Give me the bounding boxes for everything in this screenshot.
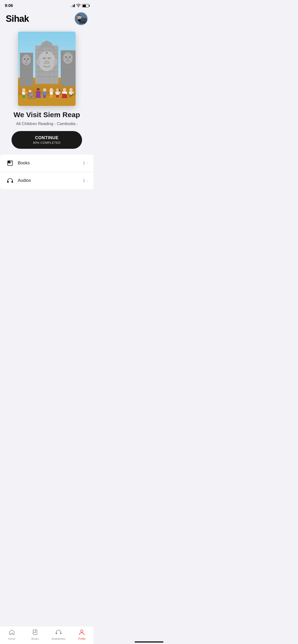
svg-point-8 (27, 58, 29, 60)
page-title: Sihak (6, 14, 29, 24)
svg-rect-80 (70, 91, 72, 95)
svg-point-57 (43, 88, 46, 92)
svg-rect-67 (50, 94, 51, 98)
svg-point-32 (65, 56, 67, 58)
svg-rect-89 (12, 181, 13, 183)
svg-rect-81 (70, 94, 71, 97)
svg-rect-52 (30, 94, 33, 95)
svg-rect-54 (37, 91, 40, 93)
book-cover[interactable] (18, 32, 76, 106)
svg-rect-4 (78, 19, 81, 21)
books-count-area: 1 › (83, 161, 88, 166)
books-label: Books (18, 160, 83, 166)
audios-chevron-icon: › (87, 178, 88, 183)
svg-rect-73 (55, 92, 56, 94)
svg-rect-71 (56, 95, 57, 98)
signal-icon (71, 4, 75, 7)
svg-rect-60 (45, 95, 46, 98)
battery-icon (82, 4, 89, 8)
svg-point-28 (36, 59, 40, 65)
status-bar: 9:06 (0, 0, 94, 10)
svg-point-79 (69, 88, 73, 91)
continue-button[interactable]: CONTINUE 80% COMPLETED (12, 131, 82, 149)
book-icon (6, 159, 14, 168)
svg-rect-86 (9, 162, 12, 162)
svg-point-69 (56, 88, 59, 92)
svg-rect-55 (36, 91, 37, 93)
svg-rect-74 (59, 92, 60, 94)
svg-rect-9 (26, 60, 27, 62)
svg-rect-44 (22, 92, 23, 94)
svg-rect-87 (9, 163, 11, 163)
page-header: Sihak (0, 10, 94, 29)
wifi-icon (76, 4, 81, 8)
svg-point-7 (24, 58, 26, 60)
svg-point-40 (22, 88, 26, 92)
svg-rect-76 (63, 91, 66, 94)
svg-rect-42 (23, 95, 24, 98)
status-icons (71, 4, 89, 8)
svg-point-33 (69, 56, 71, 58)
books-list-item[interactable]: Books 1 › (0, 154, 94, 172)
status-time: 9:06 (5, 3, 13, 8)
svg-rect-78 (66, 91, 67, 94)
svg-point-47 (29, 90, 32, 92)
svg-rect-58 (43, 92, 46, 95)
svg-rect-70 (56, 92, 59, 95)
book-info: We Visit Siem Reap All Children Reading … (6, 106, 88, 126)
book-author[interactable]: All Children Reading - Cambodia › (12, 122, 82, 126)
content-list: Books 1 › Audios 1 › (0, 154, 94, 189)
book-title: We Visit Siem Reap (12, 111, 82, 119)
svg-point-29 (54, 59, 57, 65)
book-card-section: We Visit Siem Reap All Children Reading … (0, 29, 94, 149)
audios-label: Audios (18, 178, 83, 183)
svg-rect-59 (43, 95, 44, 98)
svg-rect-61 (43, 92, 43, 94)
svg-rect-72 (58, 95, 59, 98)
headphones-icon (6, 176, 14, 185)
svg-rect-68 (51, 94, 53, 98)
svg-rect-46 (25, 92, 27, 94)
audios-list-item[interactable]: Audios 1 › (0, 172, 94, 189)
books-chevron-icon: › (87, 161, 88, 165)
audios-count-area: 1 › (83, 178, 88, 183)
svg-rect-83 (69, 91, 70, 94)
svg-rect-62 (46, 92, 47, 94)
svg-rect-43 (24, 95, 25, 98)
svg-point-75 (63, 88, 66, 91)
author-chevron-icon: › (76, 122, 77, 126)
svg-rect-77 (62, 91, 63, 94)
svg-point-27 (46, 52, 48, 54)
books-count: 1 (83, 161, 85, 166)
svg-rect-84 (73, 91, 74, 94)
svg-rect-88 (7, 181, 9, 183)
svg-rect-56 (40, 91, 41, 94)
audios-count: 1 (83, 178, 85, 183)
avatar[interactable] (74, 12, 88, 26)
svg-rect-2 (80, 18, 86, 21)
